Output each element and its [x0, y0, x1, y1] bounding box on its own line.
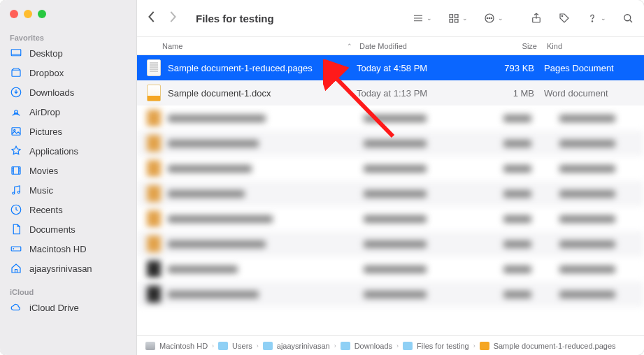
- sidebar-item-label: iCloud Drive: [29, 303, 79, 313]
- toolbar: Files for testing ⌄ ⌄ ⌄ ⌄: [137, 0, 644, 37]
- svg-point-8: [17, 191, 20, 194]
- svg-point-7: [13, 192, 15, 194]
- sidebar-item-label: AirDrop: [29, 107, 60, 117]
- sidebar-item-label: Recents: [29, 205, 63, 215]
- path-segment[interactable]: Files for testing: [417, 342, 469, 350]
- path-bar: Macintosh HD› Users› ajaaysrinivasan› Do…: [137, 335, 644, 355]
- sidebar-item-label: Documents: [29, 224, 76, 235]
- dropbox-icon: [10, 66, 22, 79]
- file-row-redacted: [137, 106, 644, 131]
- sidebar-item-home[interactable]: ajaaysrinivasan: [0, 259, 136, 278]
- column-name[interactable]: Name⌃: [162, 42, 359, 50]
- sidebar-item-icloud-drive[interactable]: iCloud Drive: [0, 298, 136, 317]
- zoom-window-button[interactable]: [38, 10, 46, 18]
- sidebar-item-downloads[interactable]: Downloads: [0, 82, 136, 102]
- back-button[interactable]: [147, 10, 157, 26]
- sidebar-item-movies[interactable]: Movies: [0, 161, 136, 180]
- forward-button[interactable]: [168, 10, 178, 26]
- tags-button[interactable]: [558, 12, 571, 24]
- sidebar-item-label: Macintosh HD: [29, 244, 87, 254]
- hd-icon: [145, 342, 155, 350]
- sidebar-item-label: Pictures: [29, 126, 62, 137]
- home-icon: [10, 262, 22, 275]
- svg-point-22: [592, 21, 592, 22]
- icloud-icon: [10, 301, 22, 314]
- file-date: Today at 4:58 PM: [357, 63, 481, 73]
- sidebar-item-label: Desktop: [29, 48, 63, 59]
- help-button[interactable]: ⌄: [586, 12, 606, 24]
- column-headers: Name⌃ Date Modified Size Kind: [137, 37, 644, 55]
- sidebar-item-pictures[interactable]: Pictures: [0, 122, 136, 141]
- svg-point-17: [487, 17, 488, 19]
- path-segment[interactable]: Users: [232, 342, 252, 350]
- file-name: Sample document-1.docx: [168, 88, 357, 99]
- path-segment[interactable]: Macintosh HD: [159, 342, 208, 350]
- sidebar-section-favorites: Favorites: [0, 31, 136, 43]
- file-row[interactable]: Sample document-1-reduced.pages Today at…: [137, 55, 644, 80]
- airdrop-icon: [10, 106, 22, 118]
- file-kind: Word document: [544, 88, 644, 99]
- sidebar: Favorites Desktop Dropbox Downloads AirD…: [0, 0, 136, 355]
- pages-file-icon: [147, 59, 161, 76]
- sidebar-item-label: Downloads: [29, 87, 74, 98]
- folder-icon: [263, 342, 273, 350]
- action-button[interactable]: ⌄: [483, 12, 503, 24]
- svg-point-21: [561, 15, 563, 17]
- sidebar-item-music[interactable]: Music: [0, 180, 136, 200]
- svg-point-11: [13, 249, 14, 249]
- file-row-redacted: [137, 282, 644, 307]
- doc-icon: [480, 342, 489, 350]
- music-icon: [10, 184, 22, 196]
- svg-rect-4: [12, 128, 20, 136]
- path-segment[interactable]: Downloads: [355, 342, 392, 350]
- recents-icon: [10, 203, 22, 216]
- sidebar-item-dropbox[interactable]: Dropbox: [0, 63, 136, 82]
- file-row[interactable]: Sample document-1.docx Today at 1:13 PM …: [137, 80, 644, 106]
- docx-file-icon: [147, 85, 161, 101]
- view-mode-button[interactable]: ⌄: [412, 12, 432, 24]
- pictures-icon: [10, 125, 22, 138]
- group-button[interactable]: ⌄: [448, 12, 468, 24]
- svg-point-18: [489, 17, 490, 19]
- svg-point-23: [624, 15, 631, 21]
- svg-rect-12: [450, 15, 453, 18]
- sidebar-item-label: Movies: [29, 166, 58, 176]
- path-segment[interactable]: Sample document-1-reduced.pages: [494, 342, 616, 350]
- column-date[interactable]: Date Modified: [359, 42, 484, 50]
- path-segment[interactable]: ajaaysrinivasan: [277, 342, 330, 350]
- sort-ascending-icon: ⌃: [347, 43, 352, 50]
- svg-rect-14: [450, 20, 453, 23]
- window-controls: [0, 6, 136, 31]
- file-row-redacted: [137, 181, 644, 206]
- file-kind: Pages Document: [544, 63, 644, 73]
- file-row-redacted: [137, 206, 644, 231]
- movies-icon: [10, 164, 22, 177]
- file-row-redacted: [137, 231, 644, 256]
- search-button[interactable]: [622, 12, 634, 24]
- file-name: Sample document-1-reduced.pages: [168, 63, 357, 73]
- file-date: Today at 1:13 PM: [357, 88, 481, 99]
- sidebar-section-icloud: iCloud: [0, 285, 136, 298]
- file-list: Sample document-1-reduced.pages Today at…: [137, 55, 644, 335]
- main-pane: Files for testing ⌄ ⌄ ⌄ ⌄ Name⌃ Date Mod…: [136, 0, 644, 355]
- sidebar-item-macintosh-hd[interactable]: Macintosh HD: [0, 239, 136, 259]
- sidebar-item-recents[interactable]: Recents: [0, 200, 136, 219]
- file-row-redacted: [137, 131, 644, 156]
- sidebar-item-documents[interactable]: Documents: [0, 219, 136, 239]
- svg-rect-13: [455, 15, 459, 18]
- sidebar-item-label: Dropbox: [29, 68, 64, 78]
- minimize-window-button[interactable]: [24, 10, 32, 18]
- folder-icon: [341, 342, 350, 350]
- download-icon: [10, 86, 22, 99]
- column-size[interactable]: Size: [484, 42, 547, 50]
- sidebar-item-label: Applications: [29, 146, 78, 157]
- close-window-button[interactable]: [10, 10, 18, 18]
- sidebar-item-desktop[interactable]: Desktop: [0, 43, 136, 63]
- sidebar-item-airdrop[interactable]: AirDrop: [0, 102, 136, 122]
- sidebar-item-applications[interactable]: Applications: [0, 141, 136, 161]
- sidebar-item-label: ajaaysrinivasan: [29, 263, 92, 274]
- svg-rect-10: [11, 247, 21, 251]
- column-kind[interactable]: Kind: [547, 42, 644, 50]
- share-button[interactable]: [530, 12, 543, 24]
- svg-rect-15: [455, 20, 459, 23]
